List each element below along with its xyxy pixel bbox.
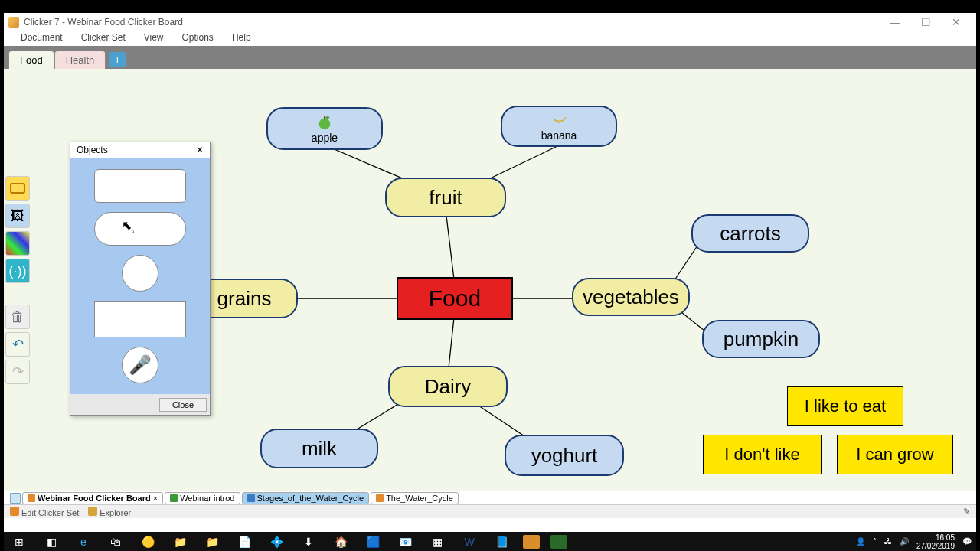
tray-network-icon[interactable]: 🖧: [884, 537, 892, 546]
node-label: yoghurt: [531, 444, 598, 468]
status-edit[interactable]: Edit Clicker Set: [21, 508, 79, 517]
menu-help[interactable]: Help: [223, 31, 260, 46]
object-circle[interactable]: [122, 255, 158, 292]
app-icon-5[interactable]: ▦: [426, 533, 448, 550]
app-icon-4[interactable]: 🟦: [362, 533, 384, 550]
node-banana[interactable]: banana: [501, 106, 617, 147]
clicker-file-icon: [247, 494, 255, 502]
doc-tab-food-board[interactable]: Webinar Food Clicker Board ×: [22, 492, 163, 504]
clicker-icon[interactable]: [523, 535, 540, 549]
word-icon[interactable]: W: [459, 533, 480, 550]
clicker-file-icon: [170, 494, 178, 502]
app-icon-3[interactable]: ⬇: [298, 533, 319, 550]
file-explorer-icon[interactable]: 📁: [169, 533, 191, 550]
trash-icon: 🗑: [11, 309, 24, 325]
close-window-button[interactable]: ✕: [941, 16, 972, 28]
taskbar-clock[interactable]: 16:05 27/02/2019: [916, 533, 955, 550]
task-view-button[interactable]: ◧: [41, 533, 62, 550]
app-icon-1[interactable]: 📄: [234, 533, 255, 550]
node-label: milk: [302, 437, 337, 461]
node-carrots[interactable]: carrots: [691, 214, 809, 253]
node-label: grains: [217, 287, 272, 311]
windows-taskbar: ⊞ ◧ e 🛍 🟡 📁 📁 📄 💠 ⬇ 🏠 🟦 📧 ▦ W 📘 👤 ˄ 🖧 🔊 …: [4, 532, 976, 551]
doc-tab-webinar-intro[interactable]: Webinar introd: [165, 492, 240, 504]
node-label: pumpkin: [724, 328, 799, 351]
node-label: vegetables: [583, 285, 679, 309]
object-microphone[interactable]: 🎤: [122, 347, 158, 383]
app-window: Clicker 7 - Webinar Food Clicker Board —…: [4, 13, 976, 532]
tool-shape-button[interactable]: [5, 176, 30, 201]
cell-i-can-grow[interactable]: I can grow: [837, 435, 953, 474]
node-apple[interactable]: apple: [266, 107, 383, 150]
node-pumpkin[interactable]: pumpkin: [702, 320, 820, 358]
doc-tab-water-cycle[interactable]: The_Water_Cycle: [371, 492, 459, 504]
doc-tab-label: Stages_of_the_Water_Cycle: [257, 494, 364, 503]
tab-add-button[interactable]: +: [109, 52, 126, 67]
chrome-icon[interactable]: 🟡: [137, 533, 158, 550]
tool-sound-button[interactable]: (·)): [5, 259, 30, 283]
tool-undo-button[interactable]: ↶: [5, 332, 30, 357]
app-icon-6[interactable]: 📘: [491, 533, 512, 550]
objects-panel[interactable]: Objects ✕ 🎤 Close: [70, 142, 211, 416]
tray-notifications-icon[interactable]: 💬: [962, 537, 972, 546]
svg-point-10: [319, 118, 331, 129]
statusbar: Edit Clicker Set Explorer ✎: [4, 504, 976, 518]
doc-tab-water-stages[interactable]: Stages_of_the_Water_Cycle: [242, 492, 370, 504]
redo-icon: ↷: [12, 364, 24, 380]
cell-i-like-to-eat[interactable]: I like to eat: [787, 386, 903, 426]
home-icon[interactable]: 🏠: [330, 533, 351, 550]
minimize-button[interactable]: —: [880, 16, 910, 28]
node-label: carrots: [720, 222, 780, 246]
cell-i-dont-like[interactable]: I don't like: [703, 435, 822, 474]
menu-document[interactable]: Document: [11, 31, 72, 46]
menu-view[interactable]: View: [135, 31, 173, 46]
start-button[interactable]: ⊞: [8, 533, 30, 550]
outlook-icon[interactable]: 📧: [394, 533, 416, 550]
tool-color-button[interactable]: [5, 231, 30, 256]
close-icon[interactable]: ×: [153, 494, 158, 503]
undo-icon: ↶: [12, 336, 24, 353]
canvas[interactable]: 🖼 (·)) 🗑 ↶ ↷: [4, 69, 976, 491]
new-doc-icon[interactable]: [10, 493, 21, 504]
object-textbox[interactable]: [94, 301, 186, 337]
app-icon-2[interactable]: 💠: [266, 533, 287, 550]
maximize-button[interactable]: ☐: [910, 16, 941, 28]
tray-volume-icon[interactable]: 🔊: [900, 537, 909, 546]
cell-label: I don't like: [724, 445, 799, 465]
edit-icon: [10, 507, 19, 516]
tray-up-icon[interactable]: ˄: [873, 537, 877, 546]
node-food[interactable]: Food: [397, 277, 513, 320]
tool-redo-button[interactable]: ↷: [5, 360, 30, 384]
tray-people-icon[interactable]: 👤: [856, 537, 865, 546]
node-dairy[interactable]: Dairy: [388, 366, 508, 407]
clock-time: 16:05: [916, 533, 955, 542]
store-icon[interactable]: 🛍: [105, 533, 126, 550]
tool-trash-button[interactable]: 🗑: [5, 305, 30, 329]
node-milk[interactable]: milk: [260, 429, 378, 468]
object-pill[interactable]: [94, 212, 186, 246]
left-toolbar: 🖼 (·)) 🗑 ↶ ↷: [5, 176, 31, 384]
image-icon: 🖼: [11, 208, 24, 224]
cell-label: I can grow: [856, 445, 934, 465]
node-vegetables[interactable]: vegetables: [572, 278, 690, 316]
titlebar: Clicker 7 - Webinar Food Clicker Board —…: [4, 13, 976, 31]
node-fruit[interactable]: fruit: [385, 178, 506, 217]
app-icon-7[interactable]: [550, 535, 567, 549]
menu-options[interactable]: Options: [173, 31, 223, 46]
file-explorer-icon-2[interactable]: 📁: [201, 533, 223, 550]
window-title: Clicker 7 - Webinar Food Clicker Board: [24, 17, 880, 28]
node-yoghurt[interactable]: yoghurt: [505, 435, 624, 476]
tab-food[interactable]: Food: [8, 51, 54, 69]
objects-panel-close-icon[interactable]: ✕: [196, 145, 204, 155]
object-rounded-rect[interactable]: [94, 169, 186, 203]
svg-rect-11: [324, 116, 325, 119]
objects-panel-close-button[interactable]: Close: [159, 398, 207, 412]
pencil-icon[interactable]: ✎: [963, 507, 970, 517]
tool-image-button[interactable]: 🖼: [5, 204, 30, 228]
node-label: Food: [429, 285, 481, 311]
tab-health[interactable]: Health: [54, 51, 106, 69]
edge-icon[interactable]: e: [73, 533, 94, 550]
doc-tab-label: Webinar Food Clicker Board: [38, 494, 151, 503]
menu-clicker-set[interactable]: Clicker Set: [72, 31, 135, 46]
status-explorer[interactable]: Explorer: [100, 508, 131, 517]
